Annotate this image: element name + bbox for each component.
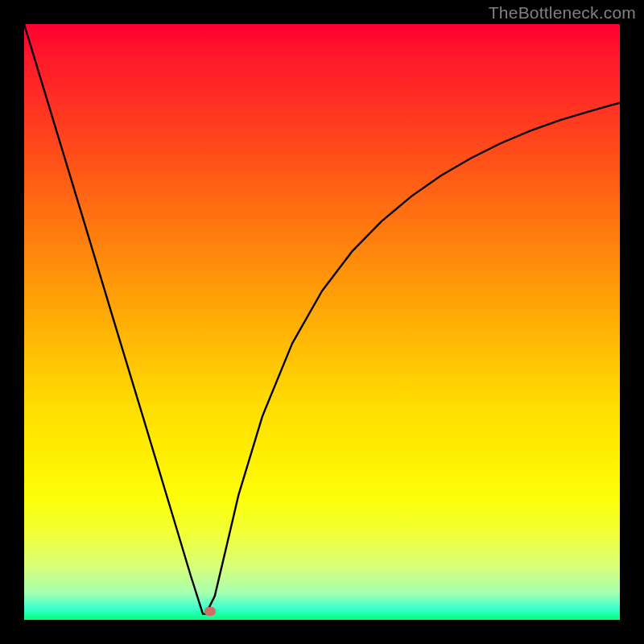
optimal-point-marker bbox=[204, 607, 216, 616]
bottleneck-curve bbox=[24, 24, 620, 620]
watermark-text: TheBottleneck.com bbox=[489, 3, 636, 23]
chart-frame: TheBottleneck.com bbox=[0, 0, 644, 644]
plot-area bbox=[24, 24, 620, 620]
